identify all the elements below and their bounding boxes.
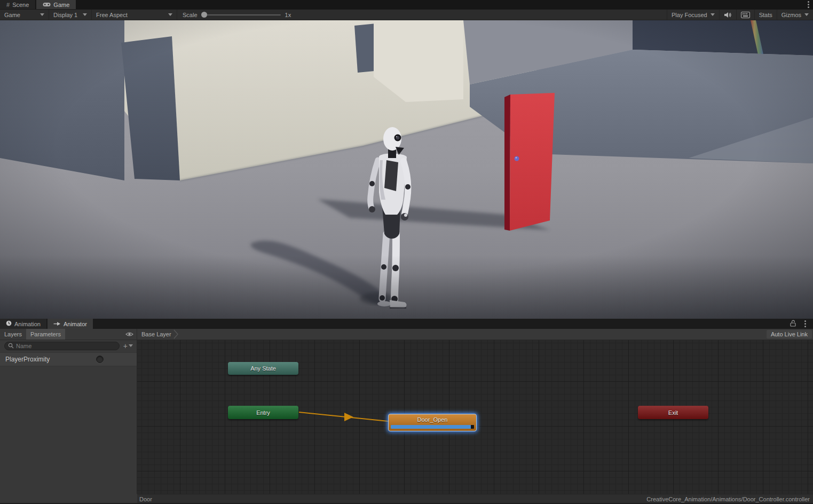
rendered-scene (0, 20, 813, 319)
scale-value: 1x (285, 12, 291, 18)
scale-slider-group: Scale 1x (177, 10, 296, 20)
node-any-state-label: Any State (250, 365, 276, 372)
display-dropdown[interactable]: Display 1 (49, 10, 92, 20)
playback-progress-track (391, 425, 474, 429)
layers-label: Layers (4, 331, 22, 337)
auto-live-link-label: Auto Live Link (771, 331, 808, 337)
add-parameter-button[interactable]: + (122, 342, 135, 350)
keyboard-input-icon[interactable] (737, 10, 755, 20)
node-exit-label: Exit (668, 410, 678, 416)
controller-path: CreativeCore_Animation/Animations/Door_C… (646, 496, 810, 502)
clock-icon (6, 320, 12, 327)
parameter-search[interactable] (4, 342, 120, 350)
node-door-open-label: Door_Open (417, 416, 448, 423)
tab-animator[interactable]: Animator (48, 319, 93, 329)
animator-tab-bar: Animation Animator (0, 319, 813, 329)
chevron-down-icon (129, 344, 133, 347)
trigger-radio[interactable] (96, 356, 104, 363)
plus-icon: + (123, 342, 128, 350)
parameters-panel: + PlayerProximity (0, 340, 137, 494)
node-door-open[interactable]: Door_Open (388, 414, 477, 431)
scale-label: Scale (183, 12, 198, 18)
game-dropdown-label: Game (4, 12, 20, 18)
state-machine-graph[interactable]: Any State Entry Door_Open Exit (137, 340, 813, 494)
playback-progress-fill (391, 425, 471, 429)
layers-tab[interactable]: Layers (0, 329, 26, 340)
aspect-dropdown-label: Free Aspect (96, 12, 128, 18)
current-clip-name: Door (139, 496, 152, 502)
unlock-icon[interactable] (790, 319, 796, 329)
tab-game-label: Game (53, 2, 69, 8)
stats-label: Stats (759, 12, 772, 18)
animator-state-icon (53, 321, 61, 327)
parameters-tab[interactable]: Parameters (26, 329, 65, 340)
unity-editor-window: # Scene Game Game Display 1 Free Aspect … (0, 0, 813, 504)
tab-animation-label: Animation (14, 321, 41, 327)
tab-scene-label: Scene (12, 2, 29, 8)
tab-scene[interactable]: # Scene (0, 0, 35, 9)
scale-slider[interactable] (202, 14, 281, 15)
grid-icon: # (6, 2, 10, 8)
game-viewport[interactable] (0, 20, 813, 319)
gamepad-icon (43, 2, 51, 8)
gizmos-dropdown[interactable]: Gizmos (777, 10, 813, 20)
tab-animation[interactable]: Animation (0, 319, 46, 329)
search-input[interactable] (16, 343, 116, 349)
animator-status-bar: Door CreativeCore_Animation/Animations/D… (0, 494, 813, 504)
breadcrumb-chevron-icon (173, 329, 179, 339)
animator-body: + PlayerProximity Any State Entry (0, 340, 813, 494)
mute-audio-icon[interactable] (720, 10, 737, 20)
chevron-down-icon (40, 13, 44, 16)
gizmos-label: Gizmos (782, 12, 801, 18)
animator-toolbar: Layers Parameters Base Layer Auto Live L… (0, 329, 813, 340)
node-exit[interactable]: Exit (638, 406, 708, 419)
eye-icon[interactable] (122, 329, 137, 340)
game-toolbar: Game Display 1 Free Aspect Scale 1x Play… (0, 9, 813, 20)
chevron-down-icon (804, 13, 809, 16)
aspect-ratio-dropdown[interactable]: Free Aspect (92, 10, 177, 20)
breadcrumb[interactable]: Base Layer (141, 331, 171, 337)
parameter-name: PlayerProximity (5, 356, 50, 363)
window-tab-bar: # Scene Game (0, 0, 813, 9)
window-menu-kebab-icon[interactable] (803, 0, 813, 9)
tab-game[interactable]: Game (36, 0, 76, 9)
chevron-down-icon (711, 13, 715, 16)
stats-button[interactable]: Stats (755, 10, 777, 20)
parameters-label: Parameters (30, 331, 61, 337)
animator-menu-kebab-icon[interactable] (800, 320, 810, 327)
auto-live-link-button[interactable]: Auto Live Link (767, 330, 812, 338)
display-dropdown-label: Display 1 (53, 12, 77, 18)
vignette (0, 20, 813, 319)
play-focused-dropdown[interactable]: Play Focused (667, 10, 720, 20)
chevron-down-icon (168, 13, 172, 16)
play-focused-label: Play Focused (672, 12, 707, 18)
transition-arrow-icon (344, 413, 353, 421)
search-icon (8, 343, 14, 349)
node-entry[interactable]: Entry (228, 406, 298, 419)
scale-slider-knob[interactable] (201, 12, 207, 18)
node-entry-label: Entry (256, 410, 270, 416)
chevron-down-icon (83, 13, 87, 16)
parameter-row-playerproximity[interactable]: PlayerProximity (0, 352, 137, 366)
tab-animator-label: Animator (64, 321, 87, 327)
node-any-state[interactable]: Any State (228, 362, 298, 375)
game-mode-dropdown[interactable]: Game (0, 10, 49, 20)
transition-entry-to-dooropen[interactable] (299, 412, 388, 421)
